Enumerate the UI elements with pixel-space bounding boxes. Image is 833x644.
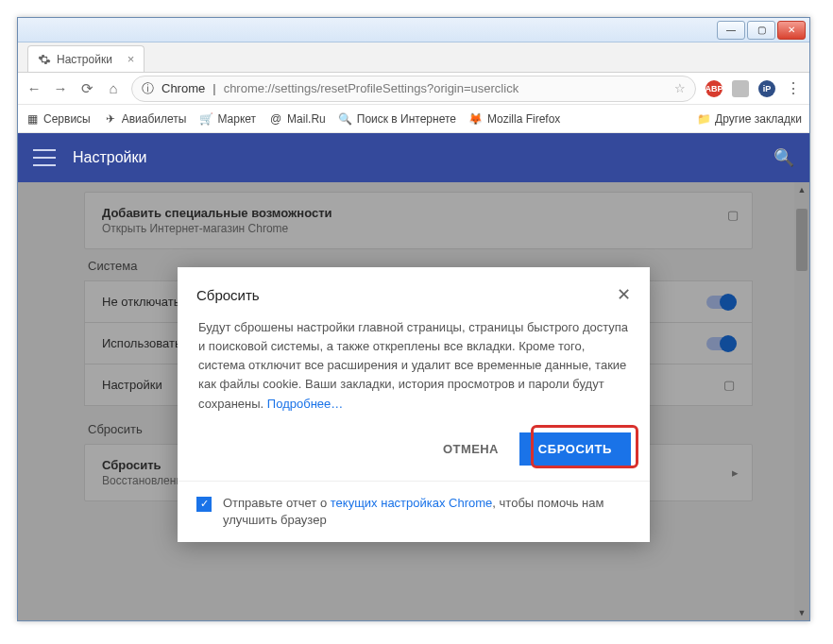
bookmark-favicon: 🔍 [339,112,352,126]
search-icon[interactable]: 🔍 [774,147,794,168]
tab-close-icon[interactable]: × [128,52,135,66]
bookmark-favicon: @ [269,112,282,126]
hamburger-menu-button[interactable] [33,149,56,166]
bookmark-item[interactable]: 🛒Маркет [199,112,256,126]
bookmark-item[interactable]: ✈Авиабилеты [104,112,187,126]
bookmark-favicon: ✈ [104,112,117,126]
send-report-checkbox[interactable]: ✓ [196,497,212,512]
dialog-body-text: Будут сброшены настройки главной страниц… [198,320,628,411]
nav-home-button[interactable]: ⌂ [105,80,122,96]
current-settings-link[interactable]: текущих настройках Chrome [331,496,493,510]
bookmark-bar: ▦ Сервисы ✈Авиабилеты 🛒Маркет @Mail.Ru 🔍… [18,105,809,133]
bookmark-label: Поиск в Интернете [357,112,456,126]
nav-forward-button[interactable]: → [52,80,69,96]
bookmark-label: Маркет [217,112,256,126]
bookmark-label: Mail.Ru [287,112,326,126]
bookmark-favicon: 🛒 [199,112,212,126]
tab-title: Настройки [57,53,112,66]
cancel-button[interactable]: ОТМЕНА [443,442,499,456]
browser-menu-button[interactable]: ⋮ [785,79,802,97]
bookmark-favicon: 🦊 [469,112,483,126]
report-text: Отправьте отчет о текущих настройках Chr… [223,495,631,529]
browser-tab[interactable]: Настройки × [27,45,144,72]
url-text: chrome://settings/resetProfileSettings?o… [224,81,667,95]
folder-icon: 📁 [697,112,710,126]
extension-icon[interactable] [732,80,749,97]
bookmark-item[interactable]: @Mail.Ru [269,112,326,126]
window-close-button[interactable]: ✕ [777,21,806,40]
bookmark-star-icon[interactable]: ☆ [674,81,686,95]
nav-back-button[interactable]: ← [26,80,42,96]
browser-tabstrip: Настройки × [18,42,809,73]
settings-page: Добавить специальные возможности Открыть… [18,182,809,620]
page-title: Настройки [73,149,146,166]
settings-header: Настройки 🔍 [18,133,809,182]
dialog-close-button[interactable]: ✕ [617,284,631,305]
bookmark-label: Сервисы [43,112,91,126]
extension-abp-icon[interactable]: ABP [706,80,722,97]
bookmark-item[interactable]: 🔍Поиск в Интернете [339,112,456,126]
browser-toolbar: ← → ⟳ ⌂ ⓘ Chrome | chrome://settings/res… [18,73,809,105]
bookmark-item[interactable]: 🦊Mozilla Firefox [469,112,560,126]
learn-more-link[interactable]: Подробнее… [267,397,343,411]
nav-reload-button[interactable]: ⟳ [78,80,95,97]
info-icon: ⓘ [142,80,154,97]
bookmark-label: Другие закладки [715,112,802,126]
window-minimize-button[interactable]: ― [717,21,745,40]
extension-ip-icon[interactable]: iP [758,80,775,97]
bookmark-label: Mozilla Firefox [487,112,560,126]
dialog-title: Сбросить [196,287,617,303]
bookmark-services[interactable]: ▦ Сервисы [26,112,91,126]
bookmark-other-folder[interactable]: 📁 Другие закладки [697,112,802,126]
gear-icon [38,53,51,66]
apps-icon: ▦ [26,112,39,126]
bookmark-label: Авиабилеты [122,112,187,126]
address-bar[interactable]: ⓘ Chrome | chrome://settings/resetProfil… [131,76,696,102]
reset-dialog: Сбросить ✕ Будут сброшены настройки глав… [178,267,650,542]
window-maximize-button[interactable]: ▢ [747,21,775,40]
url-scheme-label: Chrome [162,81,205,95]
reset-confirm-button[interactable]: СБРОСИТЬ [519,432,631,466]
window-titlebar: ― ▢ ✕ [18,18,809,42]
window-frame: ― ▢ ✕ Настройки × ← → ⟳ ⌂ ⓘ Chrome | chr… [17,17,810,621]
